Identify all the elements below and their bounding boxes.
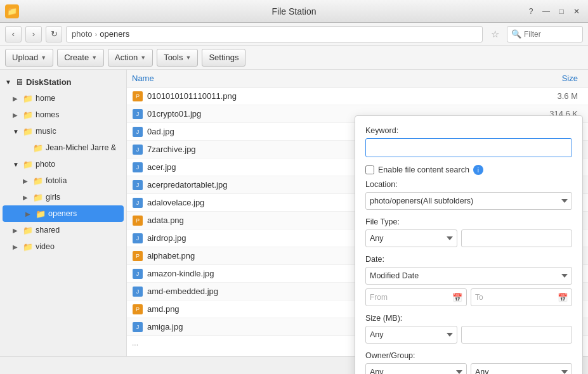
filetype-label: File Type: (365, 217, 572, 226)
help-button[interactable]: ? (525, 5, 537, 18)
create-button[interactable]: Create ▼ (57, 49, 104, 67)
upload-caret: ▼ (41, 55, 46, 61)
photo-icon: 📁 (23, 160, 33, 169)
home-label: home (36, 94, 121, 103)
action-button[interactable]: Action ▼ (108, 49, 153, 67)
date-from-label: From (370, 293, 388, 302)
diskstation-toggle-icon: ▼ (5, 79, 13, 86)
date-to-label: To (475, 293, 483, 302)
file-type-icon: P (132, 215, 143, 226)
sidebar-item-photo[interactable]: ▼ 📁 photo (0, 156, 126, 172)
girls-label: girls (46, 193, 121, 202)
keyword-section: Keyword: (365, 126, 572, 157)
info-icon[interactable]: i (473, 165, 483, 175)
sidebar-item-fotolia[interactable]: ▶ 📁 fotolia (0, 172, 126, 189)
date-type-select[interactable]: Modified Date (365, 267, 572, 285)
window-controls: ? — □ ✕ (525, 5, 583, 18)
sidebar-item-girls[interactable]: ▶ 📁 girls (0, 189, 126, 205)
file-type-icon: J (132, 179, 143, 191)
group-select[interactable]: Any (471, 363, 572, 374)
keyword-label: Keyword: (365, 126, 572, 135)
filetype-text[interactable] (461, 229, 572, 247)
tools-caret: ▼ (186, 55, 192, 61)
file-type-icon: J (132, 144, 143, 155)
upload-button[interactable]: Upload ▼ (5, 49, 53, 67)
sidebar-item-homes[interactable]: ▶ 📁 homes (0, 106, 126, 123)
file-type-icon: J (132, 286, 143, 297)
file-type-icon: J (132, 197, 143, 209)
file-list-header: Name Size (127, 70, 588, 87)
sidebar-item-shared[interactable]: ▶ 📁 shared (0, 222, 126, 238)
shared-label: shared (36, 226, 121, 235)
file-type-icon: J (132, 268, 143, 280)
openers-toggle-icon: ▶ (25, 210, 33, 217)
table-row[interactable]: P0101010101110011.png3.6 M (127, 87, 588, 105)
col-size-header[interactable]: Size (532, 74, 583, 83)
sidebar-item-video[interactable]: ▶ 📁 video (0, 238, 126, 255)
file-type-icon: P (132, 304, 143, 315)
nav-bar: ‹ › ↻ photo › openers ☆ 🔍 (0, 23, 588, 46)
homes-toggle-icon: ▶ (13, 112, 20, 119)
search-panel: Keyword: Enable file content search i Lo… (355, 115, 583, 374)
openers-label: openers (48, 209, 119, 218)
music-toggle-icon: ▼ (13, 128, 20, 135)
settings-label: Settings (209, 53, 238, 62)
home-icon: 📁 (23, 94, 33, 103)
sidebar: ▼ 🖥 DiskStation ▶ 📁 home ▶ 📁 homes ▼ 📁 m… (0, 70, 127, 356)
keyword-input[interactable] (365, 138, 572, 157)
close-button[interactable]: ✕ (570, 5, 583, 18)
upload-label: Upload (12, 53, 38, 62)
filetype-select[interactable]: Any (365, 229, 457, 247)
back-button[interactable]: ‹ (5, 26, 22, 42)
diskstation-icon: 🖥 (15, 77, 23, 87)
search-icon: 🔍 (511, 29, 521, 39)
file-name: 0101010101110011.png (147, 91, 532, 101)
sidebar-item-diskstation[interactable]: ▼ 🖥 DiskStation (0, 74, 126, 90)
filter-box[interactable]: 🔍 (507, 26, 583, 42)
diskstation-label: DiskStation (26, 77, 121, 87)
sidebar-item-jarre[interactable]: 📁 Jean-Michel Jarre & (0, 139, 126, 156)
date-from-input[interactable]: From 📅 (365, 288, 467, 306)
breadcrumb-openers[interactable]: openers (100, 29, 129, 39)
owner-label: Owner/Group: (365, 351, 572, 360)
location-select[interactable]: photo/openers(All subfolders) (365, 192, 572, 210)
breadcrumb-photo[interactable]: photo (72, 29, 93, 39)
size-select[interactable]: Any (365, 326, 457, 344)
window-title: File Station (271, 6, 316, 16)
file-size: 3.6 M (532, 91, 583, 101)
content-search-row: Enable file content search i (365, 165, 572, 175)
create-caret: ▼ (91, 55, 97, 61)
photo-label: photo (36, 160, 121, 169)
action-caret: ▼ (140, 55, 146, 61)
sidebar-item-home[interactable]: ▶ 📁 home (0, 90, 126, 106)
date-to-input[interactable]: To 📅 (471, 288, 572, 306)
date-label: Date: (365, 255, 572, 264)
date-range-row: From 📅 To 📅 (365, 288, 572, 306)
filter-input[interactable] (524, 30, 575, 39)
shared-icon: 📁 (23, 226, 33, 235)
content-search-checkbox[interactable] (365, 165, 374, 174)
owner-select[interactable]: Any (365, 363, 467, 374)
action-label: Action (115, 53, 138, 62)
maximize-button[interactable]: □ (555, 5, 568, 18)
music-icon: 📁 (23, 127, 33, 136)
sidebar-item-openers[interactable]: ▶ 📁 openers (3, 205, 124, 222)
video-toggle-icon: ▶ (13, 243, 20, 250)
col-name-header[interactable]: Name (132, 74, 532, 83)
size-text[interactable] (461, 326, 572, 344)
sidebar-item-music[interactable]: ▼ 📁 music (0, 123, 126, 139)
favorite-button[interactable]: ☆ (487, 26, 503, 42)
settings-button[interactable]: Settings (202, 49, 245, 67)
refresh-button[interactable]: ↻ (46, 26, 62, 42)
location-label: Location: (365, 180, 572, 189)
tools-button[interactable]: Tools ▼ (157, 49, 198, 67)
minimize-button[interactable]: — (540, 5, 552, 18)
breadcrumb-separator: › (95, 30, 98, 38)
file-type-icon: J (132, 321, 143, 333)
action-bar: Upload ▼ Create ▼ Action ▼ Tools ▼ Setti… (0, 46, 588, 70)
file-type-icon: J (132, 162, 143, 173)
forward-button[interactable]: › (25, 26, 42, 42)
fotolia-label: fotolia (46, 176, 121, 185)
fotolia-toggle-icon: ▶ (23, 177, 30, 184)
file-type-icon: P (132, 250, 143, 262)
